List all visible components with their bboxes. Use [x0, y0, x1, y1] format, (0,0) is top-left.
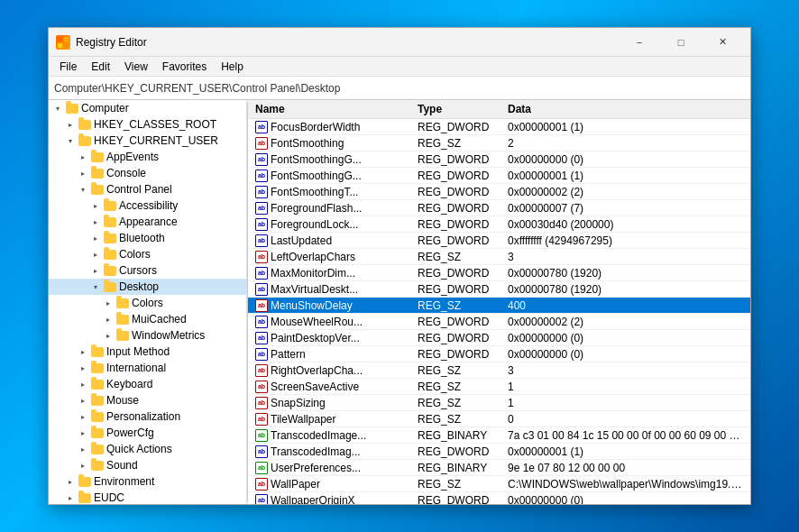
tree-item-environment[interactable]: ▸Environment: [49, 473, 246, 490]
cell-type: REG_DWORD: [410, 217, 501, 232]
tree-item-control-panel[interactable]: ▾Control Panel: [49, 181, 246, 197]
tree-item-appevents[interactable]: ▸AppEvents: [49, 149, 246, 165]
tree-expander[interactable]: ▾: [51, 101, 65, 115]
name-label: MaxVirtualDeskt...: [271, 283, 358, 296]
tree-expander[interactable]: ▸: [88, 198, 103, 213]
dword-icon: ab: [255, 332, 268, 344]
tree-expander[interactable]: ▸: [76, 409, 90, 424]
table-row[interactable]: abUserPreferences...REG_BINARY9e 1e 07 8…: [248, 460, 750, 476]
tree-item-console[interactable]: ▸Console: [49, 165, 246, 181]
tree-item-quick-actions[interactable]: ▸Quick Actions: [49, 441, 246, 457]
tree-expander[interactable]: ▸: [76, 150, 90, 164]
tree-item-bluetooth[interactable]: ▸Bluetooth: [49, 230, 246, 246]
tree-expander[interactable]: ▾: [63, 133, 78, 148]
table-row[interactable]: abFontSmoothingG...REG_DWORD0x00000000 (…: [248, 151, 750, 168]
tree-item-colors[interactable]: ▸Colors: [49, 295, 246, 311]
table-row[interactable]: abFontSmoothingT...REG_DWORD0x00000002 (…: [248, 184, 750, 200]
menu-view[interactable]: View: [117, 59, 155, 75]
cell-type: REG_DWORD: [410, 185, 501, 199]
table-row[interactable]: abTranscodedImage...REG_BINARY7a c3 01 0…: [248, 427, 750, 444]
table-row[interactable]: abMaxVirtualDeskt...REG_DWORD0x00000780 …: [248, 281, 750, 298]
cell-name: abUserPreferences...: [248, 461, 410, 475]
menu-favorites[interactable]: Favorites: [155, 59, 214, 75]
app-icon: [56, 35, 70, 50]
tree-expander[interactable]: ▸: [76, 377, 90, 391]
tree-expander[interactable]: ▸: [63, 474, 78, 489]
folder-icon: [90, 362, 105, 374]
tree-item-keyboard[interactable]: ▸Keyboard: [49, 376, 246, 392]
table-row[interactable]: abForegroundFlash...REG_DWORD0x00000007 …: [248, 200, 750, 216]
table-row[interactable]: abSnapSizingREG_SZ1: [248, 395, 750, 411]
table-row[interactable]: abTranscodedImag...REG_DWORD0x00000001 (…: [248, 444, 750, 460]
tree-item-sound[interactable]: ▸Sound: [49, 457, 246, 473]
tree-expander[interactable]: ▸: [76, 393, 90, 408]
table-row[interactable]: abMenuShowDelayREG_SZ400: [248, 298, 750, 314]
tree-expander[interactable]: ▸: [76, 426, 90, 440]
binary-icon: ab: [255, 462, 268, 474]
table-row[interactable]: abFontSmoothingG...REG_DWORD0x00000001 (…: [248, 168, 750, 184]
tree-expander[interactable]: ▸: [76, 458, 90, 472]
tree-item-eudc[interactable]: ▸EUDC: [49, 490, 246, 504]
tree-item-windowmetrics[interactable]: ▸WindowMetrics: [49, 327, 246, 344]
tree-expander[interactable]: ▸: [101, 328, 115, 343]
table-row[interactable]: abTileWallpaperREG_SZ0: [248, 411, 750, 427]
table-row[interactable]: abScreenSaveActiveREG_SZ1: [248, 379, 750, 395]
tree-item-international[interactable]: ▸International: [49, 360, 246, 376]
table-row[interactable]: abMaxMonitorDim...REG_DWORD0x00000780 (1…: [248, 265, 750, 281]
menu-help[interactable]: Help: [214, 59, 251, 75]
tree-item-computer[interactable]: ▾Computer: [49, 100, 246, 116]
tree-expander[interactable]: ▾: [88, 280, 103, 294]
tree-item-hkey_classes_root[interactable]: ▸HKEY_CLASSES_ROOT: [49, 116, 246, 133]
tree-expander[interactable]: ▸: [88, 215, 103, 229]
tree-item-mouse[interactable]: ▸Mouse: [49, 392, 246, 408]
cell-data: 7a c3 01 00 84 1c 15 00 00 0f 00 00 60 0…: [501, 428, 750, 443]
table-row[interactable]: abWallPaperREG_SZC:\WINDOWS\web\wallpape…: [248, 476, 750, 492]
table-row[interactable]: abMouseWheelRou...REG_DWORD0x00000002 (2…: [248, 314, 750, 330]
dword-icon: ab: [255, 170, 268, 182]
table-row[interactable]: abPaintDesktopVer...REG_DWORD0x00000000 …: [248, 330, 750, 346]
tree-expander[interactable]: ▸: [76, 361, 90, 375]
tree-expander[interactable]: ▸: [63, 491, 78, 504]
menu-file[interactable]: File: [52, 59, 84, 75]
dword-icon: ab: [255, 494, 268, 505]
tree-item-personalization[interactable]: ▸Personalization: [49, 408, 246, 425]
tree-expander[interactable]: ▸: [76, 344, 90, 359]
tree-expander[interactable]: ▾: [76, 182, 90, 197]
tree-item-cursors[interactable]: ▸Cursors: [49, 262, 246, 279]
tree-item-appearance[interactable]: ▸Appearance: [49, 214, 246, 230]
tree-expander[interactable]: ▸: [63, 117, 78, 132]
tree-item-input-method[interactable]: ▸Input Method: [49, 344, 246, 360]
tree-item-label: Input Method: [106, 345, 170, 358]
table-row[interactable]: abFontSmoothingREG_SZ2: [248, 135, 750, 151]
table-row[interactable]: abRightOverlapCha...REG_SZ3: [248, 362, 750, 379]
tree-panel[interactable]: ▾Computer▸HKEY_CLASSES_ROOT▾HKEY_CURRENT…: [49, 100, 247, 504]
table-row[interactable]: abFocusBorderWidthREG_DWORD0x00000001 (1…: [248, 119, 750, 135]
tree-expander[interactable]: ▸: [76, 166, 90, 180]
table-row[interactable]: abWallpaperOriginXREG_DWORD0x00000000 (0…: [248, 492, 750, 504]
table-row[interactable]: abLastUpdatedREG_DWORD0xffffffff (429496…: [248, 233, 750, 249]
minimize-button[interactable]: −: [619, 28, 660, 57]
tree-expander[interactable]: ▸: [101, 312, 115, 326]
tree-item-label: Environment: [94, 475, 154, 488]
tree-item-hkey_current_user[interactable]: ▾HKEY_CURRENT_USER: [49, 133, 246, 149]
menu-edit[interactable]: Edit: [84, 59, 117, 75]
cell-type: REG_BINARY: [410, 461, 501, 475]
tree-expander[interactable]: ▸: [88, 263, 103, 278]
folder-icon: [103, 216, 117, 228]
close-button[interactable]: ✕: [702, 28, 743, 57]
tree-item-muicached[interactable]: ▸MuiCached: [49, 311, 246, 327]
tree-item-desktop[interactable]: ▾Desktop: [49, 279, 246, 295]
table-row[interactable]: abLeftOverlapCharsREG_SZ3: [248, 249, 750, 265]
tree-expander[interactable]: ▸: [101, 296, 115, 310]
tree-expander[interactable]: ▸: [76, 442, 90, 456]
tree-item-label: HKEY_CURRENT_USER: [94, 134, 218, 147]
maximize-button[interactable]: □: [660, 28, 702, 57]
tree-item-colors[interactable]: ▸Colors: [49, 246, 246, 262]
tree-expander[interactable]: ▸: [88, 247, 103, 261]
tree-expander[interactable]: ▸: [88, 231, 103, 245]
tree-item-accessibility[interactable]: ▸Accessibility: [49, 197, 246, 214]
tree-item-label: Computer: [81, 102, 129, 115]
tree-item-powercfg[interactable]: ▸PowerCfg: [49, 425, 246, 441]
table-row[interactable]: abPatternREG_DWORD0x00000000 (0): [248, 346, 750, 362]
table-row[interactable]: abForegroundLock...REG_DWORD0x00030d40 (…: [248, 216, 750, 233]
